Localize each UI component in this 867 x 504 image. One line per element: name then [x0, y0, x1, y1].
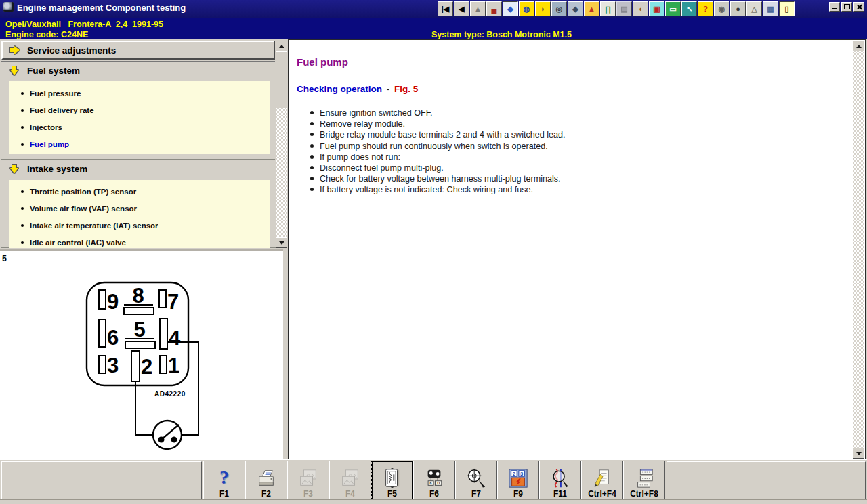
function-toolbar: F1 F2 F3 F4 F5 F6 [0, 459, 867, 504]
function-key-label: F6 [429, 489, 439, 499]
technical-info-icon[interactable]: ◍ [519, 1, 534, 16]
nav-back-icon[interactable]: ◀ [454, 1, 469, 16]
restore-button[interactable] [841, 2, 852, 12]
tree-item[interactable]: Intake air temperature (IAT) sensor [9, 217, 270, 234]
airbag-icon[interactable]: ◉ [714, 1, 729, 16]
tree-item-label: Volume air flow (VAF) sensor [30, 205, 137, 213]
function-key-label: F5 [387, 489, 397, 499]
status-bar [0, 499, 867, 504]
svg-text:7: 7 [167, 290, 179, 314]
tree-item[interactable]: Volume air flow (VAF) sensor [9, 200, 270, 217]
tree-item[interactable]: Idle air control (IAC) valve [9, 234, 270, 248]
arrow-up-icon [856, 45, 862, 48]
service-adjustments-header[interactable]: Service adjustments [1, 41, 275, 60]
wheel-icon[interactable]: ◎ [551, 1, 567, 16]
scrollbar-track[interactable] [853, 51, 864, 448]
scrollbar-track[interactable] [276, 51, 287, 237]
minimize-icon [832, 8, 837, 9]
previous-picture-button[interactable]: F3 [287, 461, 329, 500]
svg-text:5: 5 [133, 318, 145, 341]
scroll-up-button[interactable] [853, 41, 864, 51]
bullet-icon [21, 190, 24, 193]
bullet-icon [21, 241, 24, 244]
figure-link[interactable]: Fig. 5 [394, 84, 418, 94]
scroll-down-button[interactable] [853, 448, 864, 459]
bullet-icon [310, 122, 314, 125]
figure-code: AD42220 [154, 390, 186, 398]
abs-icon[interactable]: ● [730, 1, 746, 16]
subtitle-label: Checking operation [297, 84, 382, 94]
svg-text:2: 2 [141, 355, 152, 379]
function-icon [256, 468, 276, 488]
bullet-icon [310, 155, 314, 159]
engine-unit-icon[interactable]: ▦ [763, 1, 778, 16]
tree-item[interactable]: Fuel pressure [9, 85, 270, 102]
function-icon [592, 468, 612, 488]
tree-item[interactable]: Injectors [9, 119, 270, 135]
troubleshooter-icon[interactable]: ? [698, 1, 713, 16]
tree-section: Fuel system Fuel pressure Fuel delivery … [1, 62, 275, 154]
tree-item-label: Fuel delivery rate [30, 106, 94, 114]
content-scrollbar[interactable] [853, 41, 864, 459]
fault-codes-button[interactable]: F9 [497, 461, 539, 500]
tree-item[interactable]: Fuel delivery rate [9, 102, 270, 119]
equipment-icon[interactable]: ▤ [616, 1, 632, 16]
vehicle-lift-icon[interactable]: ∏ [600, 1, 616, 16]
sidebar-scrollbar[interactable] [276, 41, 287, 248]
close-button[interactable] [853, 2, 864, 12]
instruction-text: Disconnect fuel pump multi-plug. [320, 163, 444, 173]
next-picture-button[interactable]: F4 [329, 461, 371, 500]
svg-text:8: 8 [132, 284, 144, 308]
figure-panel: 5 9 8 7 6 5 4 3 [0, 249, 283, 459]
connector-view-button[interactable]: F6 [413, 461, 455, 500]
print-unit-icon[interactable]: ▭ [665, 1, 681, 16]
minimize-button[interactable] [829, 2, 840, 12]
service-equipment-icon[interactable]: ◈ [568, 1, 583, 16]
arrow-down-icon [856, 452, 862, 455]
pointer-settings-icon[interactable]: ◗ [535, 1, 551, 16]
instruction-item: Ensure ignition switched OFF. [310, 108, 842, 119]
key-fob-icon[interactable]: ◖ [633, 1, 648, 16]
function-icon [550, 468, 570, 488]
scrollbar-thumb[interactable] [276, 51, 287, 108]
scroll-down-button[interactable] [276, 237, 287, 248]
warning-icon[interactable]: ▲ [470, 1, 486, 16]
timing-icon[interactable]: ▣ [649, 1, 664, 16]
bodywork-icon[interactable]: ▲ [584, 1, 599, 16]
arrow-down-icon [10, 165, 20, 173]
relay-module-icon[interactable]: ▯ [779, 1, 795, 16]
function-icon [424, 468, 444, 488]
arrow-down-icon [279, 241, 284, 245]
wiring-search-button[interactable]: F11 [539, 461, 581, 500]
instruction-text: Fuel pump should run continuously when s… [320, 141, 548, 152]
bullet-icon [310, 144, 314, 148]
instruction-item: Disconnect fuel pump multi-plug. [310, 163, 842, 173]
tree-section-header[interactable]: Fuel system [1, 62, 275, 80]
service-adjustments-label: Service adjustments [27, 45, 116, 56]
gauge-tool-icon[interactable]: ↖ [681, 1, 697, 16]
service-data-icon[interactable]: ◆ [503, 1, 518, 16]
tree-item-label: Idle air control (IAC) valve [30, 238, 126, 247]
parts-list-button[interactable]: Ctrl+F8 [623, 461, 665, 500]
tree-section-header[interactable]: Intake system [1, 160, 275, 178]
nav-first-icon[interactable]: |◀ [438, 1, 453, 16]
function-key-label: F11 [553, 489, 567, 499]
tree-item[interactable]: Fuel pump [9, 135, 270, 152]
component-test-button[interactable]: F5 [371, 461, 413, 500]
restore-icon [844, 4, 850, 9]
vehicle-data-icon[interactable]: ▄ [486, 1, 502, 16]
vehicle-header: Opel/Vauxhall Frontera-A 2,4 1991-95 Eng… [0, 18, 867, 39]
notes-button[interactable]: Ctrl+F4 [581, 461, 623, 500]
tree-item[interactable]: Throttle position (TP) sensor [9, 183, 270, 200]
help-button[interactable]: F1 [203, 461, 245, 500]
tree-item-label: Intake air temperature (IAT) sensor [30, 222, 158, 230]
aircon-icon[interactable]: △ [746, 1, 762, 16]
function-key-label: Ctrl+F4 [588, 489, 616, 499]
function-key-label: F1 [219, 489, 229, 499]
bullet-icon [310, 177, 314, 180]
instruction-text: If battery voltage is not indicated: Che… [320, 184, 533, 195]
window-controls [829, 2, 864, 12]
print-button[interactable]: F2 [245, 461, 287, 500]
locate-component-button[interactable]: F7 [455, 461, 497, 500]
scroll-up-button[interactable] [276, 41, 287, 51]
